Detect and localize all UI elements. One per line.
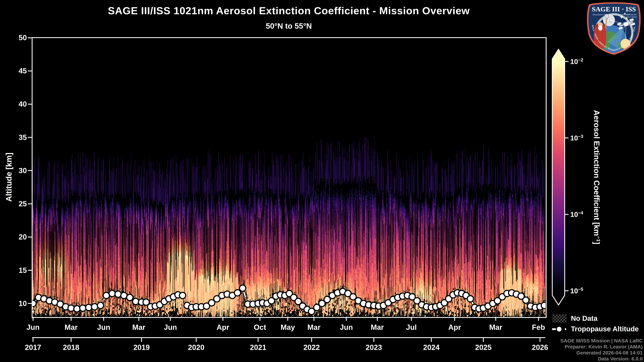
x-tick-mark-month — [287, 317, 288, 321]
x-tick-mark-month — [314, 317, 314, 321]
x-tick-mark-year — [483, 338, 484, 342]
figure-canvas: SAGE III/ISS 1021nm Aerosol Extinction C… — [0, 0, 644, 362]
x-tick-mark-year — [32, 338, 33, 342]
x-tick-mark-month — [538, 317, 539, 321]
y-tick-label: 35 — [7, 133, 27, 142]
x-tick-mark-month — [32, 317, 33, 321]
y-tick-mark — [28, 303, 32, 304]
y-tick-label: 15 — [7, 266, 27, 275]
x-tick-mark-year — [196, 338, 196, 342]
y-tick-mark — [28, 37, 32, 38]
colorbar-tick-marks — [565, 61, 568, 291]
x-tick-mark-month — [377, 317, 378, 321]
x-tick-mark-month — [411, 317, 412, 321]
x-tick-label-month: Jun — [97, 323, 110, 332]
colorbar — [548, 47, 575, 308]
colorbar-label-text: Aerosol Extinction Coefficient [km — [592, 110, 601, 236]
x-tick-mark-month — [260, 317, 260, 321]
page-subtitle: 50°N to 55°N — [32, 21, 546, 30]
x-tick-mark-month — [170, 317, 171, 321]
y-axis-label: Altitude [km] — [4, 152, 14, 202]
y-tick-label: 40 — [7, 100, 27, 108]
x-tick-mark-year — [141, 338, 142, 342]
x-tick-label-year: 2022 — [304, 343, 320, 352]
legend-tropopause-label: Tropopause Altitude — [571, 325, 639, 333]
y-tick-label: 30 — [7, 166, 27, 175]
x-tick-label-month: Jun — [26, 323, 40, 332]
colorbar-tick-label: 10−4 — [570, 210, 583, 219]
patch-subtitle-right-1: International — [626, 13, 636, 15]
x-tick-label-month: Apr — [216, 323, 229, 332]
x-tick-mark-month — [103, 317, 104, 321]
y-tick-label: 20 — [7, 233, 27, 241]
x-tick-mark-year — [70, 338, 72, 342]
footer-mission-credit: SAGE III/ISS Mission | NASA LaRC — [436, 338, 643, 344]
y-tick-label: 50 — [7, 33, 27, 42]
x-tick-mark-month — [346, 317, 347, 321]
legend-no-data-label: No Data — [571, 314, 598, 323]
x-tick-label-month: Mar — [489, 323, 502, 332]
x-tick-label-year: 2026 — [532, 343, 548, 352]
colorbar-bar — [552, 49, 565, 305]
sage-iii-iss-mission-patch: SAGE III · ISS Stratospheric Aerosol and… — [585, 1, 643, 55]
x-tick-mark-year — [258, 338, 258, 342]
x-tick-label-year: 2020 — [188, 343, 204, 352]
x-tick-label-year: 2023 — [366, 343, 382, 352]
y-tick-mark — [28, 237, 32, 238]
x-tick-mark-month — [496, 317, 496, 321]
x-tick-label-month: Apr — [448, 323, 461, 332]
x-tick-mark-month — [70, 317, 72, 321]
colorbar-tick-label: 10−2 — [570, 57, 583, 66]
x-tick-label-month: Jul — [406, 323, 417, 332]
x-tick-label-month: Mar — [132, 323, 146, 332]
x-tick-mark-month — [138, 317, 139, 321]
x-tick-mark-year — [540, 338, 540, 342]
patch-subtitle-right-2: Space Station — [626, 16, 637, 18]
y-tick-mark — [28, 104, 32, 105]
y-tick-label: 25 — [7, 200, 27, 208]
x-tick-label-month: Jun — [340, 323, 353, 332]
x-tick-mark-year — [311, 338, 312, 342]
page-title: SAGE III/ISS 1021nm Aerosol Extinction C… — [32, 5, 546, 16]
footer-data-version: Data Version: 6.0.0 — [436, 356, 643, 362]
x-tick-mark-month — [222, 317, 224, 321]
colorbar-tick-label: 10−3 — [570, 134, 583, 142]
y-tick-label: 45 — [7, 67, 27, 75]
patch-subtitle-left: Stratospheric Aerosol and Gas Experiment… — [592, 13, 630, 15]
no-data-hatch-swatch — [552, 314, 567, 323]
colorbar-label: Aerosol Extinction Coefficient [km−1] — [592, 110, 601, 244]
y-tick-label: 10 — [7, 299, 27, 308]
x-tick-mark-year — [431, 338, 432, 342]
y-tick-mark — [28, 170, 32, 171]
x-tick-label-month: Mar — [308, 323, 320, 332]
colorbar-tick-label: 10−5 — [570, 287, 583, 295]
x-tick-label-year: 2019 — [133, 343, 150, 352]
plot-border — [32, 37, 546, 318]
tropopause-line-swatch — [552, 325, 567, 334]
x-tick-label-year: 2017 — [25, 343, 41, 352]
y-tick-mark — [28, 270, 32, 271]
x-tick-mark-year — [374, 338, 374, 342]
x-tick-label-year: 2021 — [250, 343, 266, 352]
x-tick-label-year: 2025 — [475, 343, 492, 352]
y-tick-mark — [28, 70, 32, 71]
colorbar-label-bracket: ] — [592, 242, 601, 244]
x-tick-label-month: Mar — [64, 323, 78, 332]
x-tick-label-month: Jun — [164, 323, 177, 332]
x-tick-label-year: 2024 — [423, 343, 440, 352]
x-tick-label-month: Feb — [532, 323, 545, 332]
x-tick-label-month: Oct — [254, 323, 266, 332]
x-tick-mark-month — [454, 317, 455, 321]
y-tick-mark — [28, 203, 32, 204]
y-tick-mark — [28, 137, 32, 138]
colorbar-label-exponent: −1 — [596, 236, 601, 242]
x-tick-label-year: 2018 — [63, 343, 79, 352]
x-tick-label-month: Mar — [371, 323, 384, 332]
patch-title: SAGE III · ISS — [592, 5, 636, 13]
x-tick-label-month: May — [280, 323, 295, 332]
